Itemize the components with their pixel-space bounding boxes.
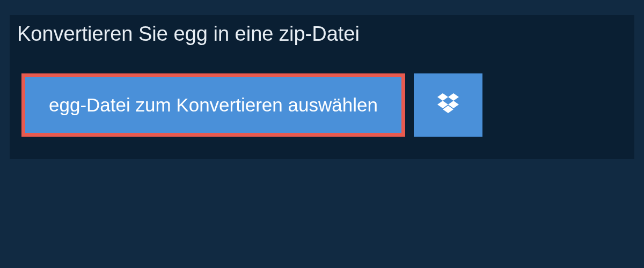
upload-from-dropbox-button[interactable]: [414, 73, 482, 137]
converter-panel: Konvertieren Sie egg in eine zip-Datei e…: [10, 15, 634, 159]
dropbox-icon: [435, 91, 461, 119]
upload-button-row: egg-Datei zum Konvertieren auswählen: [10, 53, 634, 159]
page-title: Konvertieren Sie egg in eine zip-Datei: [10, 15, 374, 53]
choose-file-label: egg-Datei zum Konvertieren auswählen: [49, 94, 378, 116]
choose-file-button[interactable]: egg-Datei zum Konvertieren auswählen: [21, 73, 405, 137]
